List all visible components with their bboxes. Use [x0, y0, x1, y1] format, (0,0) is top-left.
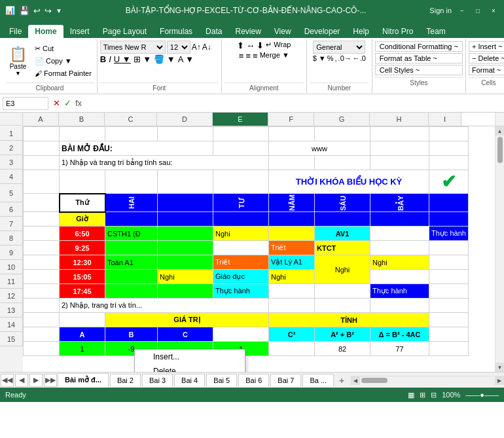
cell-f11[interactable] [269, 284, 315, 299]
cell-b10[interactable]: 15:05 [60, 270, 105, 284]
row-header-10[interactable]: 10 [0, 260, 23, 274]
cell-i4[interactable]: ✔ [429, 170, 469, 194]
cell-a9[interactable] [24, 255, 60, 270]
cell-i1[interactable] [429, 127, 469, 141]
tab-insert[interactable]: Insert [63, 25, 96, 38]
tab-help[interactable]: Help [346, 25, 376, 38]
cell-g12[interactable] [315, 299, 370, 313]
cell-b1[interactable] [60, 127, 105, 141]
cell-a10[interactable] [24, 270, 60, 284]
cell-c9[interactable]: Toán A1 [105, 255, 158, 270]
col-header-h[interactable]: H [370, 113, 429, 126]
tab-developer[interactable]: Developer [298, 25, 347, 38]
cell-h6[interactable] [370, 212, 429, 227]
cell-a12[interactable] [24, 299, 60, 313]
cell-g7[interactable]: AV1 [315, 227, 370, 241]
col-header-e[interactable]: E [213, 113, 268, 126]
cell-f10[interactable]: Nghi [269, 270, 315, 284]
sheet-tab-bai4[interactable]: Bai 4 [174, 374, 205, 386]
increase-decimal-btn[interactable]: .0→ [338, 54, 351, 62]
cell-e5[interactable]: TƯ [213, 194, 269, 212]
comma-btn[interactable]: , [335, 54, 337, 62]
cell-a8[interactable] [24, 241, 60, 255]
cell-c5[interactable]: HAI [105, 194, 158, 212]
cell-a13[interactable] [24, 313, 60, 327]
cell-b2[interactable]: BÀI MỞ ĐẦU: [60, 141, 213, 156]
cell-i9[interactable] [429, 255, 469, 270]
cell-i13[interactable] [429, 313, 469, 327]
paste-arrow[interactable]: ▼ [15, 70, 21, 77]
percent-btn[interactable]: % [327, 54, 334, 62]
context-menu[interactable]: Insert... Delete Rename ⬚ Move or Copy..… [134, 349, 245, 372]
tab-review[interactable]: Review [228, 25, 267, 38]
row-header-6[interactable]: 6 [0, 202, 23, 217]
cell-f15[interactable] [269, 342, 315, 356]
cell-f5[interactable]: NĂM [269, 194, 315, 212]
cell-g14[interactable]: A² + B² [315, 327, 370, 342]
cell-a4[interactable] [24, 170, 60, 194]
cell-i8[interactable] [429, 241, 469, 255]
paste-button[interactable]: 📋 Paste ▼ [5, 43, 31, 79]
cell-i14[interactable] [429, 327, 469, 342]
cell-i15[interactable] [429, 342, 469, 356]
cell-b4[interactable] [60, 170, 105, 194]
view-page-btn[interactable]: ⊟ [431, 391, 437, 399]
sheet-tab-bai5[interactable]: Bai 5 [206, 374, 237, 386]
cell-b6[interactable]: Giờ [60, 212, 105, 227]
view-normal-btn[interactable]: ▦ [408, 391, 414, 399]
row-header-3[interactable]: 3 [0, 155, 23, 170]
close-btn[interactable]: × [488, 5, 499, 16]
tab-file[interactable]: File [3, 25, 28, 38]
sheet-nav-prev[interactable]: ◀ [15, 374, 28, 387]
tab-data[interactable]: Data [199, 25, 228, 38]
quick-access-redo[interactable]: ↪ [45, 6, 52, 16]
cell-f14[interactable]: C² [269, 327, 315, 342]
view-layout-btn[interactable]: ⊞ [420, 391, 425, 399]
cell-i6[interactable] [429, 212, 469, 227]
sheet-nav-first[interactable]: ◀◀ [1, 374, 14, 387]
cell-h14[interactable]: Δ = B² - 4AC [370, 327, 429, 342]
row-header-13[interactable]: 13 [0, 303, 23, 318]
col-header-d[interactable]: D [157, 113, 213, 126]
increase-font-btn[interactable]: A↑ [192, 43, 201, 52]
italic-btn[interactable]: I [109, 54, 111, 64]
tab-team[interactable]: Team [420, 25, 452, 38]
cell-g6[interactable] [315, 212, 370, 227]
sheet-nav-next[interactable]: ▶ [29, 374, 43, 387]
align-left-btn[interactable]: ≡ [239, 51, 244, 61]
cell-c6[interactable] [105, 212, 158, 227]
cell-h8[interactable] [370, 241, 429, 255]
wrap-text-btn[interactable]: ↵ Wrap [266, 41, 291, 50]
cell-c11[interactable] [105, 284, 158, 299]
cell-c14[interactable]: B [105, 327, 158, 342]
row-header-9[interactable]: 9 [0, 246, 23, 260]
cell-a3[interactable] [24, 156, 60, 170]
cell-b13[interactable] [60, 313, 105, 327]
font-size-select[interactable]: 12 [167, 41, 190, 54]
bold-btn[interactable]: B [100, 54, 106, 64]
align-right-btn[interactable]: ≡ [253, 51, 258, 61]
formula-fn-btn[interactable]: fx [75, 98, 82, 108]
cell-b12[interactable]: 2) Nhập, trang trí và tín... [60, 299, 269, 313]
cell-d9[interactable] [158, 255, 213, 270]
cell-f1[interactable] [269, 127, 315, 141]
sheet-tab-ba[interactable]: Ba ... [302, 374, 334, 386]
number-format-select[interactable]: General [313, 41, 365, 54]
cell-g1[interactable] [315, 127, 370, 141]
cell-a6[interactable] [24, 212, 60, 227]
vertical-scrollbar[interactable]: ▲ ▼ [495, 126, 504, 372]
cell-e7[interactable]: Nghi [213, 227, 269, 241]
decrease-decimal-btn[interactable]: ←.0 [353, 54, 366, 62]
cell-styles-btn[interactable]: Cell Styles ~ [375, 65, 463, 75]
cell-d14[interactable]: C [158, 327, 213, 342]
cell-i2[interactable] [429, 141, 469, 156]
cell-h12[interactable] [370, 299, 429, 313]
format-as-table-btn[interactable]: Format as Table ~ [375, 53, 463, 64]
tab-view[interactable]: View [268, 25, 298, 38]
cell-h11[interactable]: Thực hành [370, 284, 429, 299]
cell-f9[interactable]: Vật Lý A1 [269, 255, 315, 270]
cell-f8[interactable]: Triết [269, 241, 315, 255]
font-color-btn[interactable]: A ▼ [178, 54, 194, 64]
align-center-btn[interactable]: ≡ [245, 51, 251, 61]
scroll-thumb-horizontal[interactable] [361, 378, 387, 383]
